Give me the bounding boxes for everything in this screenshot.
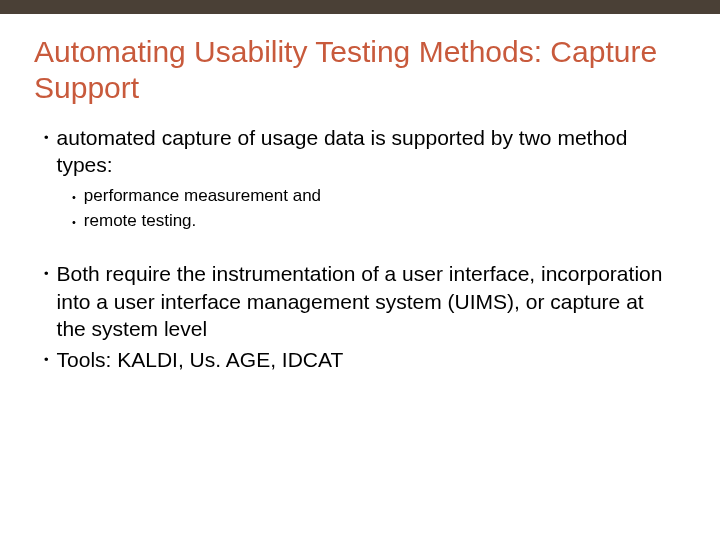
bullet-text: remote testing.	[84, 210, 676, 233]
bullet-level2: • remote testing.	[72, 210, 676, 233]
spacer	[44, 242, 676, 260]
bullet-text: performance measurement and	[84, 185, 676, 208]
top-bar	[0, 0, 720, 14]
bullet-level1: • Both require the instrumentation of a …	[44, 260, 676, 342]
slide-title: Automating Usability Testing Methods: Ca…	[34, 34, 686, 106]
bullet-dot-icon: •	[44, 266, 49, 342]
bullet-level2: • performance measurement and	[72, 185, 676, 208]
bullet-dot-icon: •	[44, 352, 49, 373]
bullet-level1: • Tools: KALDI, Us. AGE, IDCAT	[44, 346, 676, 373]
sub-bullets: • performance measurement and • remote t…	[72, 185, 676, 233]
bullet-text: automated capture of usage data is suppo…	[57, 124, 676, 179]
bullet-dot-icon: •	[72, 190, 76, 208]
bullet-text: Tools: KALDI, Us. AGE, IDCAT	[57, 346, 676, 373]
slide: Automating Usability Testing Methods: Ca…	[0, 0, 720, 540]
bullet-text: Both require the instrumentation of a us…	[57, 260, 676, 342]
bullet-dot-icon: •	[72, 215, 76, 233]
bullet-level1: • automated capture of usage data is sup…	[44, 124, 676, 179]
slide-body: • automated capture of usage data is sup…	[44, 124, 676, 374]
bullet-dot-icon: •	[44, 130, 49, 179]
